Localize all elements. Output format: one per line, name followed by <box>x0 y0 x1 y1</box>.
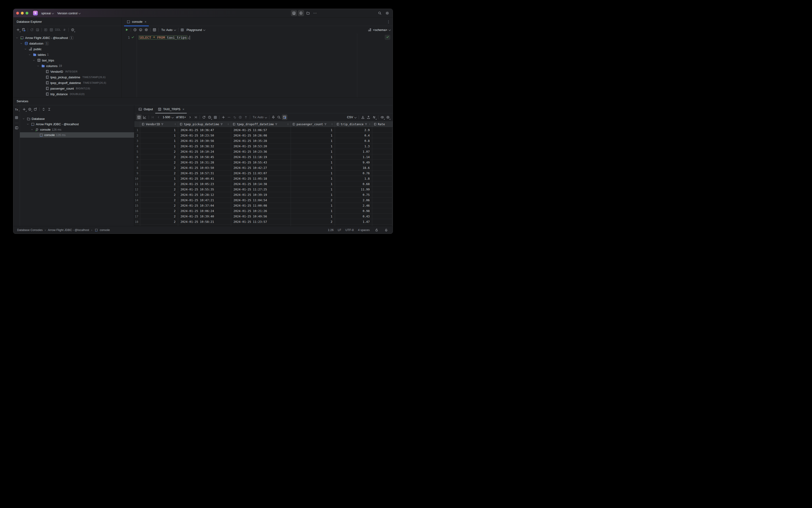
grid-cell[interactable]: 2024-01-25 10:39:19 <box>231 192 291 198</box>
caret-position-widget[interactable]: 1:26 <box>328 228 333 232</box>
grid-cell[interactable]: 0.76 <box>335 170 372 176</box>
execution-history-button[interactable] <box>132 27 138 33</box>
project-selector[interactable]: spiceai <box>39 11 55 16</box>
grid-cell[interactable]: 2024-01-25 10:05:23 <box>178 181 231 187</box>
grid-cell[interactable]: 1 <box>291 149 335 154</box>
grid-cell[interactable]: 1 <box>291 187 335 192</box>
chevron-down-icon[interactable] <box>30 128 34 131</box>
grid-cell[interactable]: 2024-01-25 11:05:18 <box>231 176 291 181</box>
grid-cell[interactable]: 2024-01-25 11:16:19 <box>231 154 291 160</box>
breadcrumb-item-database-consoles[interactable]: Database Consoles <box>17 228 43 232</box>
filter-funnel-icon[interactable] <box>275 123 277 125</box>
expand-all-button[interactable] <box>41 107 46 112</box>
preview-options-button[interactable] <box>70 27 76 33</box>
grid-cell[interactable] <box>372 214 393 219</box>
tree-item-vendorid[interactable]: VendorIDINTEGER <box>13 69 122 74</box>
breadcrumb-item-console[interactable]: console <box>94 228 110 232</box>
grid-cell[interactable]: 2024-01-25 10:36:47 <box>178 127 231 133</box>
grid-cell[interactable]: 2 <box>140 192 178 198</box>
ddl-button[interactable]: DDL <box>54 27 62 33</box>
row-number[interactable]: 12 <box>134 187 140 192</box>
tree-item-console[interactable]: console126 ms <box>20 132 134 138</box>
row-number[interactable]: 4 <box>134 143 140 149</box>
grid-cell[interactable]: 1 <box>140 224 178 226</box>
grid-cell[interactable] <box>372 133 393 138</box>
grid-cell[interactable]: 0.43 <box>335 214 372 219</box>
grid-cell[interactable]: 2024-01-25 10:06:24 <box>178 208 231 214</box>
grid-cell[interactable]: 1.07 <box>335 149 372 154</box>
grid-cell[interactable]: 1 <box>291 143 335 149</box>
tab-taxi-trips[interactable]: TAXI_TRIPS × <box>155 105 187 113</box>
view-options-button[interactable] <box>379 115 385 120</box>
browse-data-button[interactable] <box>152 27 157 33</box>
tree-item-arrow-flight-jdbc-localhost[interactable]: Arrow Flight JDBC - @localhost <box>20 122 134 127</box>
grid-cell[interactable] <box>372 160 393 165</box>
column-header-vendorid[interactable]: VendorID <box>140 121 178 127</box>
import-data-button[interactable] <box>366 115 371 120</box>
grid-cell[interactable]: 2 <box>140 219 178 224</box>
grid-cell[interactable]: 1.7 <box>335 224 372 226</box>
grid-cell[interactable]: 2024-01-25 10:42:27 <box>231 165 291 170</box>
grid-cell[interactable]: 0.4 <box>335 133 372 138</box>
chevron-down-icon[interactable] <box>22 118 25 120</box>
grid-cell[interactable]: 1 <box>291 160 335 165</box>
grid-cell[interactable]: 2.06 <box>335 198 372 203</box>
schema-selector[interactable]: <schema> <box>368 28 390 32</box>
submit-button[interactable] <box>237 115 243 120</box>
grid-cell[interactable]: 1 <box>291 208 335 214</box>
reload-page-button[interactable] <box>201 115 207 120</box>
line-separator-widget[interactable]: LF <box>338 228 341 232</box>
column-header-tpep_pickup_datetime[interactable]: tpep_pickup_datetime <box>178 121 231 127</box>
grid-cell[interactable] <box>372 219 393 224</box>
export-format-selector[interactable]: CSV <box>346 116 358 119</box>
grid-cell[interactable]: 2024-01-25 10:49:56 <box>231 214 291 219</box>
chevron-down-icon[interactable] <box>26 123 30 125</box>
grid-cell[interactable]: 2024-01-25 10:40:41 <box>178 176 231 181</box>
preview-options-button[interactable] <box>27 107 33 112</box>
tx-mode-selector[interactable]: Tx: Auto <box>251 116 268 119</box>
tab-output[interactable]: Output <box>136 105 155 113</box>
tx-mode-selector[interactable]: Tx: Auto <box>160 28 177 32</box>
grid-cell[interactable]: 2 <box>291 219 335 224</box>
row-number[interactable]: 16 <box>134 208 140 214</box>
delete-row-button[interactable] <box>226 115 232 120</box>
last-page-button[interactable] <box>193 115 198 120</box>
grid-cell[interactable]: 1 <box>291 170 335 176</box>
disconnect-button[interactable] <box>35 27 40 33</box>
chevron-down-icon[interactable] <box>32 59 36 62</box>
row-number[interactable]: 14 <box>134 198 140 203</box>
grid-cell[interactable]: 1 <box>291 181 335 187</box>
grid-cell[interactable]: 1 <box>291 176 335 181</box>
row-number[interactable]: 15 <box>134 203 140 208</box>
database-tool-button[interactable] <box>291 10 297 16</box>
grid-cell[interactable]: 2024-01-25 10:28:12 <box>178 192 231 198</box>
playground-selector[interactable]: Playground <box>185 28 207 32</box>
filter-row-button[interactable] <box>282 115 287 120</box>
tree-item-tpep-dropoff-datetime[interactable]: tpep_dropoff_datetimeTIMESTAMP(26,6) <box>13 80 122 86</box>
chevron-down-icon[interactable] <box>28 53 32 56</box>
next-page-button[interactable] <box>187 115 193 120</box>
grid-cell[interactable]: 2024-01-25 10:55:35 <box>178 187 231 192</box>
grid-cell[interactable]: 2024-01-25 10:23:50 <box>178 133 231 138</box>
run-widget-button[interactable] <box>298 10 304 16</box>
row-number[interactable]: 1 <box>134 127 140 133</box>
grid-cell[interactable] <box>372 165 393 170</box>
grid-cell[interactable]: 2024-01-25 11:03:07 <box>231 170 291 176</box>
grid-cell[interactable] <box>372 203 393 208</box>
stop-button[interactable] <box>212 115 218 120</box>
column-header-tpep_dropoff_datetime[interactable]: tpep_dropoff_datetime <box>231 121 291 127</box>
grid-cell[interactable]: 2024-01-25 10:03:50 <box>178 165 231 170</box>
tree-item-public[interactable]: public <box>13 46 122 52</box>
row-number[interactable]: 17 <box>134 214 140 219</box>
tree-item-database[interactable]: Database <box>20 116 134 122</box>
grid-cell[interactable]: 2.9 <box>335 127 372 133</box>
grid-cell[interactable]: 0.8 <box>335 138 372 143</box>
sort-arrows-icon[interactable] <box>174 123 177 125</box>
row-number[interactable]: 11 <box>134 181 140 187</box>
add-row-button[interactable] <box>221 115 226 120</box>
grid-cell[interactable]: 2 <box>140 198 178 203</box>
grid-cell[interactable]: 2024-01-25 10:37:04 <box>178 203 231 208</box>
more-actions-button[interactable]: ⋯ <box>312 10 318 16</box>
grid-cell[interactable]: 2024-01-25 10:26:08 <box>231 133 291 138</box>
version-control-menu[interactable]: Version control <box>55 11 82 16</box>
